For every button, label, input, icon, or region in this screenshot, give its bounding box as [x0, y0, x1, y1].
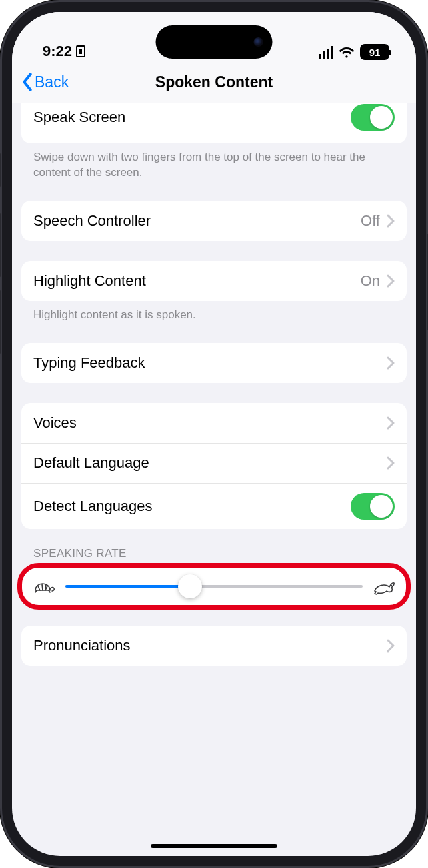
screen: 9:22 91 Back Spoken Content: [12, 12, 416, 856]
voices-label: Voices: [33, 414, 77, 432]
chevron-right-icon: [387, 356, 395, 370]
chevron-right-icon: [387, 274, 395, 288]
highlight-content-row[interactable]: Highlight Content On: [21, 261, 407, 301]
mute-switch: [0, 153, 1, 187]
settings-content[interactable]: Speak Screen Swipe down with two fingers…: [12, 103, 416, 856]
pronunciations-row[interactable]: Pronunciations: [21, 626, 407, 666]
highlight-content-value: On: [361, 272, 380, 290]
tortoise-icon: [32, 578, 56, 595]
home-indicator[interactable]: [151, 844, 277, 848]
voices-row[interactable]: Voices: [21, 403, 407, 443]
detect-languages-row[interactable]: Detect Languages: [21, 483, 407, 529]
cellular-icon: [319, 46, 333, 59]
status-time: 9:22: [43, 43, 72, 60]
detect-languages-label: Detect Languages: [33, 498, 153, 515]
navigation-bar: Back Spoken Content: [12, 61, 416, 103]
dynamic-island: [156, 25, 273, 59]
settings-group-speech-controller: Speech Controller Off: [21, 201, 407, 241]
chevron-right-icon: [387, 214, 395, 228]
highlight-content-footer: Highlight content as it is spoken.: [21, 301, 407, 323]
settings-group-highlight: Highlight Content On: [21, 261, 407, 301]
speech-controller-row[interactable]: Speech Controller Off: [21, 201, 407, 241]
slider-fill: [65, 585, 190, 588]
speak-screen-label: Speak Screen: [33, 109, 125, 126]
sim-icon: [76, 45, 85, 57]
speaking-rate-slider[interactable]: [65, 585, 363, 588]
phone-frame: 9:22 91 Back Spoken Content: [0, 0, 428, 868]
settings-group-pronunciations: Pronunciations: [21, 626, 407, 666]
volume-up-button: [0, 213, 1, 277]
speak-screen-row[interactable]: Speak Screen: [21, 103, 407, 143]
speaking-rate-header: Speaking Rate: [21, 529, 407, 562]
pronunciations-label: Pronunciations: [33, 637, 131, 655]
chevron-right-icon: [387, 639, 395, 653]
hare-icon: [372, 578, 396, 595]
speech-controller-label: Speech Controller: [33, 212, 151, 230]
speech-controller-value: Off: [361, 212, 380, 230]
svg-point-0: [391, 585, 391, 586]
settings-group-speak-screen: Speak Screen: [21, 103, 407, 143]
speak-screen-footer: Swipe down with two fingers from the top…: [21, 143, 407, 181]
back-button[interactable]: Back: [21, 73, 69, 91]
chevron-right-icon: [387, 456, 395, 470]
typing-feedback-row[interactable]: Typing Feedback: [21, 343, 407, 383]
back-label: Back: [35, 73, 69, 91]
chevron-right-icon: [387, 416, 395, 430]
wifi-icon: [339, 46, 355, 58]
speaking-rate-row: [21, 567, 407, 606]
speak-screen-toggle[interactable]: [351, 104, 395, 131]
typing-feedback-label: Typing Feedback: [33, 354, 145, 372]
settings-group-typing: Typing Feedback: [21, 343, 407, 383]
volume-down-button: [0, 290, 1, 354]
slider-thumb[interactable]: [178, 574, 202, 598]
battery-indicator: 91: [360, 44, 389, 60]
detect-languages-toggle[interactable]: [351, 493, 395, 520]
default-language-row[interactable]: Default Language: [21, 443, 407, 483]
highlight-content-label: Highlight Content: [33, 272, 146, 290]
settings-group-language: Voices Default Language Detect Languages: [21, 403, 407, 529]
page-title: Spoken Content: [12, 73, 416, 91]
default-language-label: Default Language: [33, 454, 149, 472]
